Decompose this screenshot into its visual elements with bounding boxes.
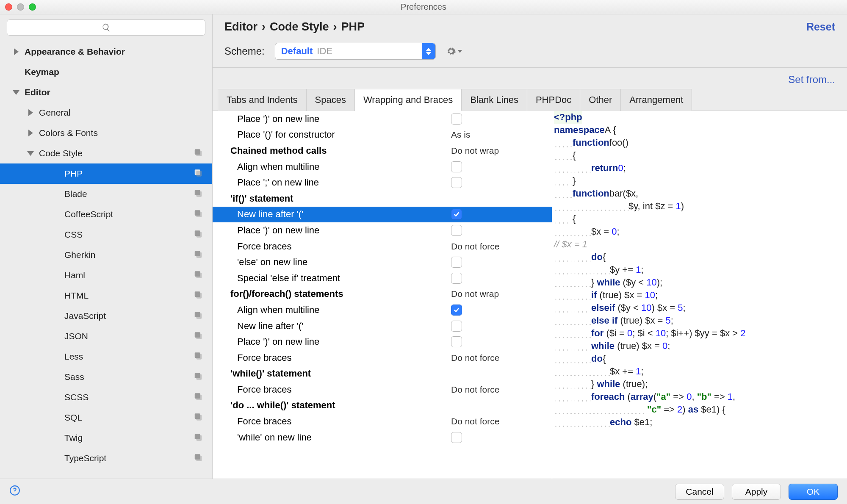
sidebar-item-colors-fonts[interactable]: Colors & Fonts [0,123,212,143]
setting-row[interactable]: Align when multiline [213,302,552,318]
cancel-button[interactable]: Cancel [675,484,724,500]
setting-value[interactable]: Do not force [451,353,552,363]
checkbox-icon[interactable] [451,432,462,443]
sidebar-item-sql[interactable]: SQL [0,407,212,428]
setting-row[interactable]: Place ')' on new line [213,111,552,127]
setting-row[interactable]: Force bracesDo not force [213,382,552,398]
checkbox-icon[interactable] [451,321,462,332]
scheme-name: Default [281,46,313,57]
sidebar-item-gherkin[interactable]: Gherkin [0,245,212,265]
setting-row[interactable]: New line after '(' [213,207,552,223]
svg-rect-7 [196,212,202,217]
window-close-icon[interactable] [5,3,12,11]
setting-row[interactable]: Force bracesDo not force [213,413,552,429]
breadcrumb-php: PHP [341,20,365,33]
sidebar-item-keymap[interactable]: Keymap [0,62,212,82]
setting-label: 'while' on new line [213,432,451,443]
checkbox-icon[interactable] [451,257,462,268]
checkbox-icon[interactable] [451,273,462,284]
breadcrumb-editor[interactable]: Editor [224,20,257,33]
sidebar-item-sass[interactable]: Sass [0,367,212,387]
window-zoom-icon[interactable] [29,3,36,11]
sidebar-item-coffeescript[interactable]: CoffeeScript [0,204,212,224]
stepper-icon[interactable] [422,43,435,59]
tab-other[interactable]: Other [580,89,621,111]
tab-blank-lines[interactable]: Blank Lines [462,89,527,111]
scheme-override-icon [194,392,203,403]
setting-row[interactable]: 'do ... while()' statement [213,398,552,414]
tab-spaces[interactable]: Spaces [307,89,355,111]
settings-list: Place ')' on new linePlace '()' for cons… [213,111,552,479]
setting-row[interactable]: Place ')' on new line [213,334,552,350]
tab-wrapping-and-braces[interactable]: Wrapping and Braces [355,89,462,111]
setting-row[interactable]: 'while' on new line [213,429,552,446]
tab-tabs-and-indents[interactable]: Tabs and Indents [218,89,307,111]
setting-row[interactable]: for()/foreach() statementsDo not wrap [213,286,552,302]
sidebar-item-label: Editor [25,87,50,97]
sidebar-item-less[interactable]: Less [0,346,212,367]
checkbox-icon[interactable] [451,177,462,188]
setting-row[interactable]: Align when multiline [213,159,552,175]
checkbox-icon[interactable] [451,114,462,125]
disclosure-down-icon [13,90,19,95]
setting-row[interactable]: Force bracesDo not force [213,350,552,366]
setting-row[interactable]: 'else' on new line [213,254,552,270]
sidebar-item-label: Sass [64,372,84,382]
sidebar-item-editor[interactable]: Editor [0,82,212,102]
sidebar-item-label: TypeScript [64,453,106,463]
setting-row[interactable]: 'if()' statement [213,191,552,207]
setting-row[interactable]: Place '()' for constructorAs is [213,127,552,143]
set-from-link[interactable]: Set from... [788,74,835,86]
scheme-actions-button[interactable] [446,46,462,56]
breadcrumb: Editor › Code Style › PHP [224,20,365,33]
reset-link[interactable]: Reset [806,21,835,33]
ok-button[interactable]: OK [789,484,838,500]
breadcrumb-codestyle[interactable]: Code Style [270,20,329,33]
setting-row[interactable]: New line after '(' [213,318,552,334]
setting-value[interactable]: Do not wrap [451,146,552,156]
sidebar-item-typescript[interactable]: TypeScript [0,448,212,468]
window-minimize-icon [17,3,24,11]
sidebar-item-html[interactable]: HTML [0,285,212,306]
checkbox-icon[interactable] [451,305,462,316]
setting-label: 'do ... while()' statement [230,400,451,411]
setting-value[interactable]: As is [451,130,552,140]
disclosure-right-icon [28,109,33,116]
setting-row[interactable]: Place ';' on new line [213,174,552,191]
help-button[interactable] [9,485,20,498]
svg-rect-9 [196,232,202,238]
scheme-select[interactable]: Default IDE [275,43,436,60]
search-input[interactable] [7,19,205,36]
sidebar-item-appearance-behavior[interactable]: Appearance & Behavior [0,42,212,62]
sidebar-item-css[interactable]: CSS [0,224,212,245]
setting-row[interactable]: 'while()' statement [213,366,552,382]
setting-row[interactable]: Chained method callsDo not wrap [213,143,552,159]
sidebar-item-scss[interactable]: SCSS [0,387,212,407]
sidebar-item-code-style[interactable]: Code Style [0,143,212,163]
apply-button[interactable]: Apply [732,484,781,500]
sidebar-item-haml[interactable]: Haml [0,265,212,285]
sidebar-item-json[interactable]: JSON [0,326,212,346]
setting-row[interactable]: Force bracesDo not force [213,238,552,255]
checkbox-icon[interactable] [451,209,462,220]
checkbox-icon[interactable] [451,225,462,236]
svg-rect-11 [196,252,202,258]
checkbox-icon[interactable] [451,336,462,347]
sidebar-item-general[interactable]: General [0,102,212,123]
tab-arrangement[interactable]: Arrangement [621,89,692,111]
checkbox-icon[interactable] [451,161,462,172]
tab-phpdoc[interactable]: PHPDoc [527,89,580,111]
setting-label: Force braces [213,241,451,252]
setting-value[interactable]: Do not wrap [451,289,552,299]
scheme-override-icon [194,351,203,363]
sidebar-item-javascript[interactable]: JavaScript [0,306,212,326]
setting-value[interactable]: Do not force [451,416,552,426]
sidebar-item-php[interactable]: PHP [0,163,212,184]
sidebar-item-twig[interactable]: Twig [0,428,212,448]
sidebar-item-blade[interactable]: Blade [0,184,212,204]
setting-row[interactable]: Special 'else if' treatment [213,270,552,286]
setting-value[interactable]: Do not force [451,385,552,395]
setting-label: Chained method calls [230,145,451,156]
setting-value[interactable]: Do not force [451,241,552,252]
setting-row[interactable]: Place ')' on new line [213,222,552,238]
